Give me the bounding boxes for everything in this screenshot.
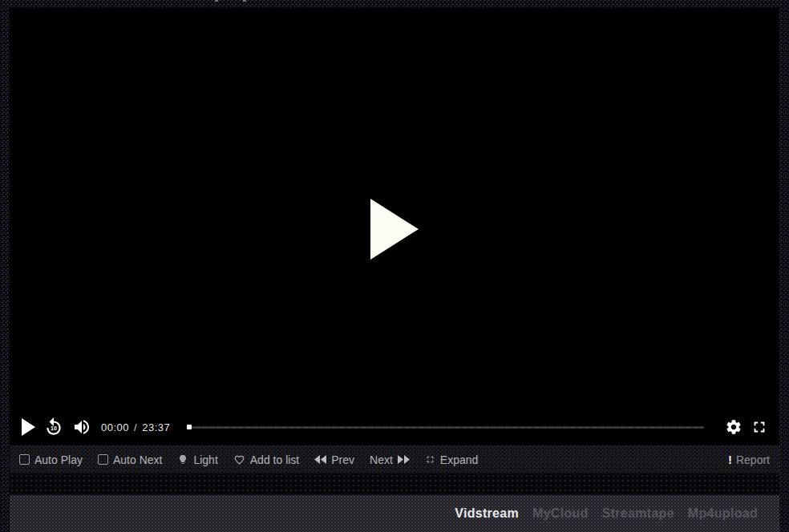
rewind-10-icon: 10 [43,417,64,437]
gear-icon [725,418,742,436]
fullscreen-button[interactable] [751,418,768,436]
spacer-band [10,474,779,495]
play-button[interactable] [21,418,35,436]
report-button[interactable]: ! Report [728,453,770,466]
big-play-button[interactable] [370,198,419,264]
expand-icon [425,454,435,465]
volume-icon [72,417,91,437]
autoplay-toggle[interactable]: Auto Play [19,453,83,466]
rewind-10-button[interactable]: 10 [43,417,64,437]
next-icon [398,455,410,464]
time-display: 00:00 / 23:37 [101,421,170,433]
video-player[interactable]: 10 00:00 / 23:37 [10,8,779,445]
autoplay-checkbox[interactable] [19,454,30,465]
play-triangle-icon [370,198,419,260]
autonext-checkbox[interactable] [98,454,108,465]
lightbulb-icon [177,453,188,466]
duration: 23:37 [142,421,170,433]
add-to-list-label: Add to list [250,453,299,466]
autonext-toggle[interactable]: Auto Next [98,453,162,466]
rewind-seconds-label: 10 [51,425,57,431]
autonext-label: Auto Next [113,453,162,466]
server-tab-vidstream[interactable]: Vidstream [455,506,519,521]
clipped-title-fragment [243,0,246,2]
play-icon [21,418,35,436]
report-exclamation-icon: ! [728,453,732,466]
player-control-bar: 10 00:00 / 23:37 [10,409,779,445]
server-select-bar: Vidstream MyCloud Streamtape Mp4upload [10,495,779,532]
current-time: 00:00 [101,421,129,433]
heart-icon [233,454,245,466]
server-tab-mycloud[interactable]: MyCloud [532,506,589,521]
prev-episode-button[interactable]: Prev [314,453,354,466]
expand-button[interactable]: Expand [425,453,478,466]
add-to-list-button[interactable]: Add to list [233,453,299,466]
page: { "player": { "time_current": "00:00", "… [0,0,789,532]
server-tab-mp4upload[interactable]: Mp4upload [688,506,758,521]
fullscreen-icon [751,418,768,436]
volume-button[interactable] [72,417,91,437]
clipped-title-fragment [215,0,218,2]
settings-button[interactable] [725,418,742,436]
prev-label: Prev [331,453,354,466]
seek-bar[interactable] [188,426,704,429]
seek-handle[interactable] [187,425,192,429]
next-episode-button[interactable]: Next [370,453,410,466]
light-label: Light [193,453,217,466]
player-toolbar: Auto Play Auto Next Light Add to list Pr… [10,445,779,474]
server-tab-streamtape[interactable]: Streamtape [602,506,674,521]
next-label: Next [370,453,393,466]
light-toggle[interactable]: Light [177,453,217,466]
report-label: Report [736,453,770,466]
time-separator: / [134,421,137,433]
prev-icon [314,455,326,464]
autoplay-label: Auto Play [34,453,83,466]
expand-label: Expand [440,453,478,466]
